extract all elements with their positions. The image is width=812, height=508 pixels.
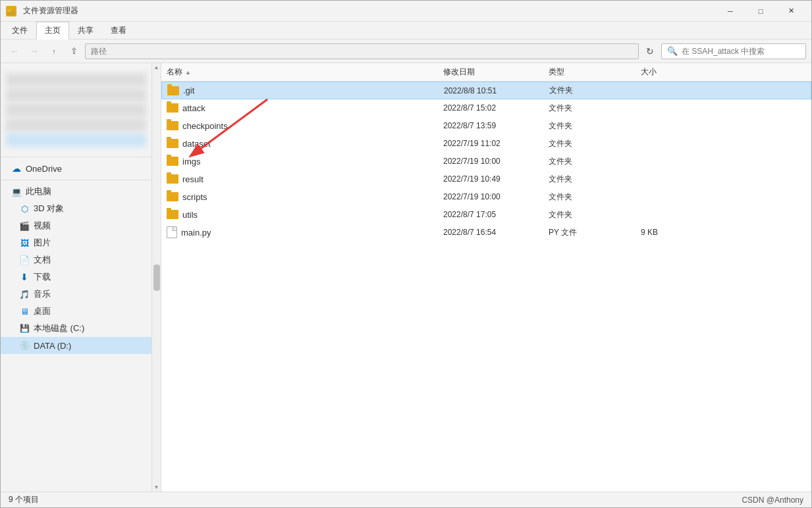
folder-icon	[167, 139, 178, 148]
sidebar-item-music[interactable]: 🎵 音乐	[1, 286, 151, 303]
maximize-button[interactable]: □	[745, 1, 776, 22]
table-row[interactable]: scripts 2022/7/19 10:00 文件夹	[161, 188, 811, 206]
col-header-size[interactable]: 大小	[641, 66, 707, 78]
sidebar-item-pictures[interactable]: 🖼 图片	[1, 234, 151, 251]
sidebar-item-localc[interactable]: 💾 本地磁盘 (C:)	[1, 320, 151, 337]
refresh-button[interactable]: ↻	[641, 43, 659, 60]
sort-icon: ▲	[185, 69, 191, 76]
cube-icon: ⬡	[19, 203, 30, 214]
up-arrow-icon: ↑	[45, 43, 63, 60]
file-name-result: result	[167, 174, 443, 184]
table-row[interactable]: attack 2022/8/7 15:02 文件夹	[161, 99, 811, 117]
folder-icon	[167, 157, 178, 166]
drive-d-icon: 💿	[19, 340, 30, 351]
file-name-git: .git	[167, 86, 444, 95]
status-right: CSDN @Anthony	[742, 495, 803, 505]
table-row[interactable]: utils 2022/8/7 17:05 文件夹	[161, 206, 811, 224]
table-row[interactable]: imgs 2022/7/19 10:00 文件夹	[161, 153, 811, 170]
title-text: 文件资源管理器	[23, 5, 78, 16]
sidebar-item-downloads[interactable]: ⬇ 下载	[1, 268, 151, 286]
col-header-name[interactable]: 名称 ▲	[167, 66, 443, 78]
window-controls: ─ □ ✕	[715, 1, 806, 22]
file-name-scripts: scripts	[167, 192, 443, 202]
sidebar-item-video[interactable]: 🎬 视频	[1, 217, 151, 234]
sidebar-item-thispc[interactable]: 💻 此电脑	[1, 183, 151, 200]
search-icon: 🔍	[667, 46, 678, 56]
tab-view[interactable]: 查看	[102, 22, 135, 39]
music-icon: 🎵	[19, 289, 30, 299]
sidebar-item-3d[interactable]: ⬡ 3D 对象	[1, 200, 151, 217]
sidebar-item-onedrive[interactable]: ☁ OneDrive	[1, 160, 151, 177]
tab-share[interactable]: 共享	[69, 22, 102, 39]
tab-home[interactable]: 主页	[36, 22, 69, 39]
back-button[interactable]: ←	[6, 43, 23, 60]
onedrive-icon: ☁	[11, 163, 22, 174]
folder-icon	[167, 174, 178, 184]
folder-icon	[167, 210, 178, 219]
file-name-utils: utils	[167, 210, 443, 220]
sidebar-item-datad[interactable]: 💿 DATA (D:)	[1, 337, 151, 354]
sidebar: ☁ OneDrive 💻 此电脑 ⬡ 3D 对象 🎬 视频 🖼 图片	[1, 63, 152, 492]
file-name-mainpy: main.py	[167, 226, 443, 238]
sidebar-item-desktop[interactable]: 🖥 桌面	[1, 303, 151, 320]
app-icon	[6, 6, 16, 16]
forward-button[interactable]: →	[26, 43, 43, 60]
ribbon: 文件 主页 共享 查看	[1, 22, 811, 39]
folder-icon	[167, 103, 178, 113]
file-name-checkpoints: checkpoints	[167, 121, 443, 131]
up-button[interactable]: ⇧	[65, 43, 82, 60]
table-row[interactable]: dataset 2022/7/19 11:02 文件夹	[161, 135, 811, 153]
column-header: 名称 ▲ 修改日期 类型 大小	[161, 63, 811, 82]
col-header-type[interactable]: 类型	[549, 66, 641, 78]
svg-rect-1	[7, 9, 11, 12]
download-icon: ⬇	[19, 272, 30, 282]
title-bar: 文件资源管理器 ─ □ ✕	[1, 1, 811, 22]
file-icon	[167, 226, 177, 238]
image-icon: 🖼	[19, 238, 30, 248]
ribbon-tabs: 文件 主页 共享 查看	[1, 22, 811, 39]
address-bar: ← → ↑ ⇧ ↻ 🔍	[1, 39, 811, 63]
drive-c-icon: 💾	[19, 323, 30, 334]
folder-icon	[167, 121, 178, 130]
close-button[interactable]: ✕	[776, 1, 806, 22]
search-box: 🔍	[661, 43, 806, 59]
desktop-icon: 🖥	[19, 306, 30, 317]
folder-icon	[167, 192, 178, 201]
table-row[interactable]: checkpoints 2022/8/7 13:59 文件夹	[161, 117, 811, 135]
explorer-window: 文件资源管理器 ─ □ ✕ 文件 主页 共享 查看 ← → ↑ ⇧	[0, 0, 812, 508]
file-name-dataset: dataset	[167, 139, 443, 149]
document-icon: 📄	[19, 255, 30, 265]
table-row[interactable]: main.py 2022/8/7 16:54 PY 文件 9 KB	[161, 224, 811, 241]
main-layout: ☁ OneDrive 💻 此电脑 ⬡ 3D 对象 🎬 视频 🖼 图片	[1, 63, 811, 492]
folder-icon	[167, 86, 179, 95]
file-name-attack: attack	[167, 103, 443, 113]
status-bar: 9 个项目 CSDN @Anthony	[1, 492, 811, 507]
table-row[interactable]: result 2022/7/19 10:49 文件夹	[161, 170, 811, 188]
computer-icon: 💻	[11, 186, 22, 197]
file-name-imgs: imgs	[167, 157, 443, 166]
address-input[interactable]	[85, 43, 639, 59]
minimize-button[interactable]: ─	[715, 1, 745, 22]
status-count: 9 个项目	[9, 494, 39, 505]
file-area: 名称 ▲ 修改日期 类型 大小 .git	[161, 63, 811, 492]
file-list: .git 2022/8/8 10:51 文件夹 attack 2022/8/7 …	[161, 82, 811, 492]
table-row[interactable]: .git 2022/8/8 10:51 文件夹	[161, 82, 811, 99]
video-icon: 🎬	[19, 220, 30, 231]
col-header-date[interactable]: 修改日期	[443, 66, 549, 78]
search-input[interactable]	[682, 47, 800, 56]
tab-file[interactable]: 文件	[3, 22, 36, 39]
sidebar-scrollbar[interactable]: ▲ ▼	[152, 63, 161, 492]
title-bar-left: 文件资源管理器	[6, 5, 78, 16]
sidebar-item-docs[interactable]: 📄 文档	[1, 251, 151, 268]
